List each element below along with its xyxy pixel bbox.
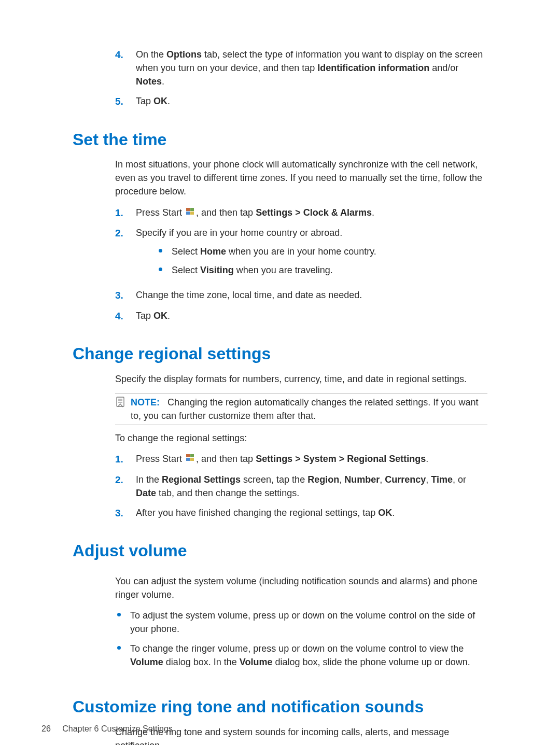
step-number: 1. (115, 452, 127, 467)
svg-rect-0 (186, 208, 190, 211)
text: After you have finished changing the reg… (136, 508, 378, 518)
bullet-ringer-volume: To change the ringer volume, press up or… (117, 642, 487, 669)
text: On the (136, 49, 166, 60)
start-icon (186, 206, 195, 219)
step-5: 5. Tap OK. (115, 94, 487, 109)
bold-notes: Notes (136, 76, 162, 87)
step-number: 1. (115, 206, 127, 220)
text: . (392, 508, 395, 518)
bold-date: Date (136, 488, 156, 498)
step-number: 4. (115, 309, 127, 324)
step-body: On the Options tab, select the type of i… (136, 48, 487, 88)
text: tab, and then change the settings. (156, 488, 299, 498)
step-body: Tap OK. (136, 309, 487, 322)
start-icon (186, 452, 195, 466)
step-body: Specify if you are in your home country … (136, 226, 487, 282)
text: Press Start (136, 454, 185, 464)
svg-rect-8 (186, 454, 190, 457)
bold-regset: Regional Settings (162, 474, 241, 485)
bullet-dot (117, 613, 121, 616)
note-content: NOTE: Changing the region automatically … (131, 396, 487, 423)
text: Tap (136, 311, 153, 321)
paragraph: To change the regional settings: (115, 431, 487, 445)
step-body: Press Start , and then tap Settings > Cl… (136, 206, 487, 220)
step-number: 3. (115, 506, 127, 521)
bullet-dot (117, 646, 121, 650)
step-body: Change the time zone, local time, and da… (136, 288, 487, 302)
text: In the (136, 474, 162, 485)
note-icon (115, 397, 125, 412)
bullet-system-volume: To adjust the system volume, press up or… (117, 609, 487, 636)
time-step-3: 3. Change the time zone, local time, and… (115, 288, 487, 303)
step-body: In the Regional Settings screen, tap the… (136, 473, 487, 500)
svg-rect-11 (190, 458, 194, 461)
bold-ok: OK (153, 311, 167, 321)
bold-home: Home (200, 246, 226, 257)
bullet-dot (159, 249, 162, 252)
chapter-label: Chapter 6 Customize Settings (62, 724, 173, 733)
time-step-2: 2. Specify if you are in your home count… (115, 226, 487, 282)
bullet-text: To adjust the system volume, press up or… (130, 609, 487, 636)
paragraph: Specify the display formats for numbers,… (115, 372, 487, 386)
bullet-text: Select Home when you are in your home co… (172, 245, 376, 258)
bullet-dot (159, 268, 162, 271)
sub-bullets: Select Home when you are in your home co… (159, 245, 487, 277)
bold-volume: Volume (240, 657, 273, 667)
step-body: Press Start , and then tap Settings > Sy… (136, 452, 487, 466)
volume-bullets: To adjust the system volume, press up or… (117, 609, 487, 669)
text: . (167, 96, 170, 106)
regional-step-2: 2. In the Regional Settings screen, tap … (115, 473, 487, 500)
step-number: 2. (115, 473, 127, 487)
bold-time: Time (431, 474, 453, 485)
step-4: 4. On the Options tab, select the type o… (115, 48, 487, 88)
text: . (426, 454, 428, 464)
text: , and then tap (196, 454, 256, 464)
text: , (380, 474, 385, 485)
text: when you are traveling. (234, 265, 333, 275)
text: screen, tap the (241, 474, 307, 485)
bullet-text: To change the ringer volume, press up or… (130, 642, 487, 669)
text: , (339, 474, 344, 485)
text: dialog box. In the (163, 657, 240, 667)
text: Specify if you are in your home country … (136, 228, 342, 238)
text: . (167, 311, 170, 321)
page-footer: 26 Chapter 6 Customize Settings (41, 723, 173, 735)
text: , (426, 474, 431, 485)
paragraph: You can adjust the system volume (includ… (115, 574, 487, 601)
text: . (162, 76, 164, 87)
time-step-4: 4. Tap OK. (115, 309, 487, 324)
bold-path: Settings > System > Regional Settings (256, 454, 426, 464)
regional-step-3: 3. After you have finished changing the … (115, 506, 487, 521)
text: Select (172, 246, 200, 257)
svg-rect-3 (190, 212, 194, 215)
bullet-visiting: Select Visiting when you are traveling. (159, 263, 487, 277)
note-box: NOTE: Changing the region automatically … (115, 393, 487, 425)
step-number: 2. (115, 226, 127, 241)
text: when you are in your home country. (226, 246, 376, 257)
bold-ok: OK (153, 96, 167, 106)
regional-step-1: 1. Press Start , and then tap Settings >… (115, 452, 487, 467)
svg-rect-2 (186, 212, 190, 215)
text: and/or (429, 63, 458, 73)
step-body: Tap OK. (136, 94, 487, 108)
text: Tap (136, 96, 153, 106)
bullet-text: Select Visiting when you are traveling. (172, 263, 333, 277)
heading-volume: Adjust volume (73, 539, 487, 563)
svg-rect-10 (186, 458, 190, 461)
bold-currency: Currency (385, 474, 426, 485)
heading-regional: Change regional settings (73, 342, 487, 366)
bold-ok: OK (378, 508, 392, 518)
bold-path: Settings > Clock & Alarms (256, 207, 372, 218)
text: Press Start (136, 207, 185, 218)
paragraph: In most situations, your phone clock wil… (115, 158, 487, 198)
step-number: 3. (115, 288, 127, 303)
note-text: Changing the region automatically change… (131, 397, 478, 421)
bold-volume: Volume (130, 657, 163, 667)
text: dialog box, slide the phone volume up or… (272, 657, 470, 667)
step-number: 5. (115, 94, 127, 109)
bold-idinfo: Identification information (317, 63, 429, 73)
text: , and then tap (196, 207, 256, 218)
step-number: 4. (115, 48, 127, 62)
bold-options: Options (166, 49, 202, 60)
svg-rect-4 (117, 397, 124, 406)
